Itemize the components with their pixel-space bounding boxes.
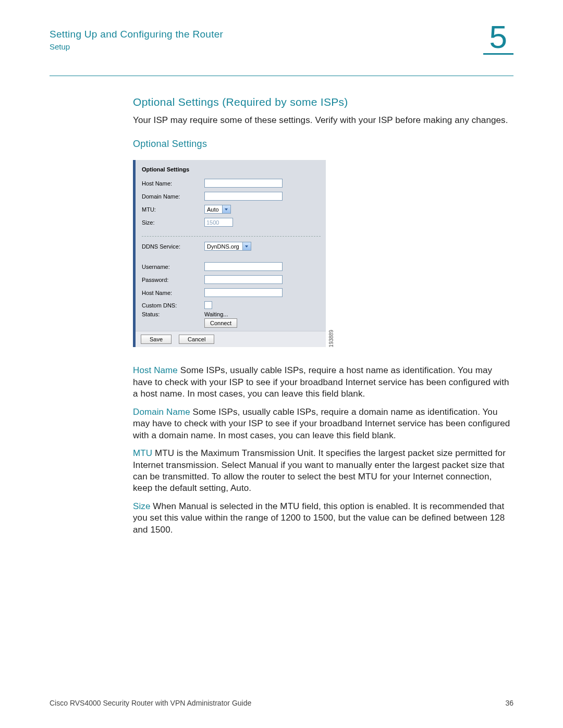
content-area: Optional Settings (Required by some ISPs… (133, 96, 513, 536)
status-value: Waiting... (204, 311, 228, 317)
host-name-input[interactable] (204, 179, 283, 188)
save-button[interactable]: Save (141, 335, 172, 344)
ddns-label: DDNS Service: (142, 243, 204, 250)
section-intro: Your ISP may require some of these setti… (133, 115, 513, 126)
domainname-definition: Domain Name Some ISPs, usually cable ISP… (133, 406, 513, 441)
image-code: 193889 (328, 330, 334, 347)
custom-dns-label: Custom DNS: (142, 302, 204, 309)
password-label: Password: (142, 277, 204, 283)
status-label: Status: (142, 311, 204, 317)
size-input[interactable] (204, 218, 233, 227)
doc-title: Cisco RVS4000 Security Router with VPN A… (50, 699, 251, 707)
chapter-number: 5 (483, 21, 513, 55)
router-screenshot: Optional Settings Host Name: Domain Name… (133, 160, 332, 347)
chevron-down-icon (242, 242, 251, 250)
page-header: Setting Up and Configuring the Router Se… (50, 29, 513, 70)
header-divider (50, 76, 513, 76)
button-bar: Save Cancel (136, 331, 326, 347)
chapter-title: Setting Up and Configuring the Router (50, 29, 513, 40)
username-label: Username: (142, 264, 204, 270)
domain-name-input[interactable] (204, 192, 283, 201)
page-footer: Cisco RVS4000 Security Router with VPN A… (50, 699, 513, 707)
password-input[interactable] (204, 275, 283, 284)
ddns-select[interactable]: DynDNS.org (204, 242, 251, 251)
custom-dns-checkbox[interactable] (204, 301, 212, 309)
host-name2-input[interactable] (204, 288, 283, 297)
username-input[interactable] (204, 262, 283, 271)
hostname-definition: Host Name Some ISPs, usually cable ISPs,… (133, 365, 513, 400)
subsection-heading: Optional Settings (133, 139, 513, 150)
mtu-select[interactable]: Auto (204, 205, 231, 214)
chevron-down-icon (222, 205, 230, 213)
host-name2-label: Host Name: (142, 290, 204, 296)
host-name-label: Host Name: (142, 180, 204, 187)
ddns-select-value: DynDNS.org (205, 243, 242, 250)
size-label: Size: (142, 219, 204, 226)
domain-name-label: Domain Name: (142, 193, 204, 200)
panel-title: Optional Settings (136, 160, 326, 177)
cancel-button[interactable]: Cancel (179, 335, 214, 344)
section-heading: Optional Settings (Required by some ISPs… (133, 96, 513, 108)
size-definition: Size When Manual is selected in the MTU … (133, 501, 513, 536)
breadcrumb: Setup (50, 42, 513, 51)
page-number: 36 (505, 699, 513, 707)
connect-button[interactable]: Connect (204, 318, 237, 328)
mtu-definition: MTU MTU is the Maximum Transmission Unit… (133, 448, 513, 495)
mtu-select-value: Auto (205, 206, 222, 213)
mtu-label: MTU: (142, 206, 204, 213)
